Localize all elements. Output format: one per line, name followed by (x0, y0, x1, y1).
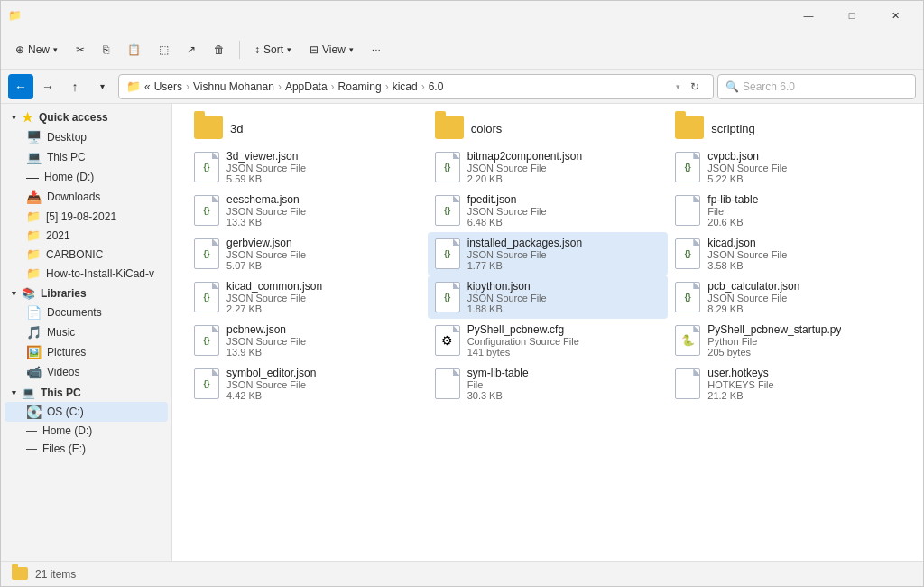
file-eeschema-info: eeschema.json JSON Source File 13.3 KB (226, 193, 306, 228)
file-pyshell-cfg[interactable]: ⚙ PyShell_pcbnew.cfg Configuration Sourc… (428, 319, 669, 362)
file-fp-lib-table[interactable]: fp-lib-table File 20.6 KB (668, 189, 909, 232)
sidebar-item-howto[interactable]: 📁 How-to-Install-KiCad-v (5, 264, 168, 283)
copy-button[interactable]: ⎘ (96, 35, 116, 64)
address-input[interactable]: 📁 « Users › Vishnu Mohanan › AppData › R… (118, 74, 714, 99)
new-button[interactable]: ⊕ New ▾ (8, 35, 65, 64)
homed2-icon: — (26, 424, 37, 437)
rename-button[interactable]: ⬚ (152, 35, 176, 64)
sidebar-item-thispc[interactable]: 💻 This PC 📌 (5, 147, 168, 167)
folder-colors-icon (435, 116, 464, 141)
close-button[interactable]: ✕ (874, 1, 916, 30)
file-pyshell-cfg-size: 141 bytes (467, 347, 579, 358)
delete-button[interactable]: 🗑 (207, 35, 232, 64)
sidebar-item-homed2[interactable]: — Home (D:) (5, 422, 168, 440)
sidebar-item-19aug[interactable]: 📁 [5] 19-08-2021 (5, 207, 168, 226)
documents-icon: 📄 (26, 305, 42, 320)
sidebar-item-videos[interactable]: 📹 Videos (5, 362, 168, 382)
libraries-header[interactable]: ▾ 📚 Libraries (1, 284, 171, 303)
file-user-hotkeys[interactable]: user.hotkeys HOTKEYS File 21.2 KB (668, 362, 909, 405)
sidebar-item-homed[interactable]: — Home (D:) 📌 (5, 167, 168, 187)
paste-button[interactable]: 📋 (120, 35, 148, 64)
status-folder-icon (12, 567, 28, 581)
file-area: 3d colors scripting {} (172, 104, 923, 561)
thispc-section-icon: 💻 (22, 387, 35, 399)
sort-button[interactable]: ↕ Sort ▾ (247, 35, 299, 64)
sidebar-item-desktop[interactable]: 🖥️ Desktop 📌 (5, 127, 168, 147)
file-3d-viewer-name: 3d_viewer.json (226, 150, 306, 163)
file-pyshell-cfg-name: PyShell_pcbnew.cfg (467, 323, 579, 336)
folder-scripting[interactable]: scripting (668, 111, 909, 145)
file-cvpcb[interactable]: {} cvpcb.json JSON Source File 5.22 KB (668, 145, 909, 189)
file-installed-packages[interactable]: {} installed_packages.json JSON Source F… (428, 232, 669, 275)
file-sym-lib-table-name: sym-lib-table (467, 367, 529, 379)
howto-label: How-to-Install-KiCad-v (46, 267, 154, 280)
file-pyshell-py[interactable]: 🐍 PyShell_pcbnew_startup.py Python File … (668, 319, 909, 362)
downloads-label: Downloads (47, 191, 100, 203)
file-symbol-editor-icon: {} (194, 368, 219, 399)
file-pcb-calculator[interactable]: {} pcb_calculator.json JSON Source File … (668, 275, 909, 319)
file-kipython-icon: {} (435, 282, 460, 312)
file-user-hotkeys-icon (675, 368, 700, 399)
file-kicad-common-size: 2.27 KB (226, 303, 322, 314)
sidebar-item-downloads[interactable]: 📥 Downloads 📌 (5, 187, 168, 207)
file-eeschema[interactable]: {} eeschema.json JSON Source File 13.3 K… (187, 189, 428, 232)
file-fpedit[interactable]: {} fpedit.json JSON Source File 6.48 KB (428, 189, 669, 232)
file-fp-lib-table-name: fp-lib-table (707, 193, 758, 206)
file-kicad-common-icon: {} (194, 282, 219, 312)
search-box[interactable]: 🔍 Search 6.0 (717, 74, 916, 99)
forward-button[interactable]: → (35, 74, 60, 99)
title-bar-left: 📁 (8, 9, 22, 22)
file-fp-lib-table-size: 20.6 KB (707, 217, 758, 228)
file-bitmap2component-size: 2.20 KB (467, 173, 582, 184)
file-gerbview-name: gerbview.json (226, 237, 306, 249)
libraries-chevron-icon: ▾ (12, 289, 16, 298)
file-kicad[interactable]: {} kicad.json JSON Source File 3.58 KB (668, 232, 909, 275)
sidebar-item-carbonic[interactable]: 📁 CARBONIC (5, 245, 168, 264)
nav-buttons: ← → ↑ ▾ (8, 74, 115, 99)
back-button[interactable]: ← (8, 74, 33, 99)
libraries-icon: 📚 (22, 287, 35, 300)
title-bar-controls: — □ ✕ (788, 1, 916, 30)
file-cvpcb-name: cvpcb.json (707, 150, 787, 163)
sidebar-item-osc[interactable]: 💽 OS (C:) (5, 402, 168, 422)
view-button[interactable]: ⊟ View ▾ (302, 35, 361, 64)
refresh-button[interactable]: ↻ (684, 76, 706, 98)
file-kipython[interactable]: {} kipython.json JSON Source File 1.88 K… (428, 275, 669, 319)
file-kicad-common[interactable]: {} kicad_common.json JSON Source File 2.… (187, 275, 428, 319)
quick-access-header[interactable]: ▾ ★ Quick access (1, 107, 171, 127)
file-installed-packages-name: installed_packages.json (467, 237, 582, 249)
folder-3d[interactable]: 3d (187, 111, 428, 145)
sidebar-item-pictures[interactable]: 🖼️ Pictures (5, 342, 168, 362)
address-folder-icon: 📁 (126, 79, 141, 93)
file-eeschema-size: 13.3 KB (226, 217, 306, 228)
up-button[interactable]: ↑ (62, 74, 88, 99)
maximize-button[interactable]: □ (831, 1, 873, 30)
file-symbol-editor[interactable]: {} symbol_editor.json JSON Source File 4… (187, 362, 428, 405)
file-installed-packages-size: 1.77 KB (467, 260, 582, 271)
file-pcbnew[interactable]: {} pcbnew.json JSON Source File 13.9 KB (187, 319, 428, 362)
libraries-section: ▾ 📚 Libraries 📄 Documents 🎵 Music 🖼️ Pic… (1, 284, 171, 382)
file-pcb-calculator-info: pcb_calculator.json JSON Source File 8.2… (707, 280, 799, 314)
file-sym-lib-table[interactable]: sym-lib-table File 30.3 KB (428, 362, 669, 405)
file-bitmap2component[interactable]: {} bitmap2component.json JSON Source Fil… (428, 145, 669, 189)
more-button[interactable]: ··· (365, 35, 388, 64)
thispc-section-header[interactable]: ▾ 💻 This PC (1, 384, 171, 402)
file-3d-viewer-icon: {} (194, 152, 219, 182)
dropdown-button[interactable]: ▾ (89, 74, 115, 99)
folder-colors[interactable]: colors (428, 111, 669, 145)
file-eeschema-name: eeschema.json (226, 193, 306, 206)
cut-button[interactable]: ✂ (69, 35, 92, 64)
file-grid: 3d colors scripting {} (187, 111, 909, 405)
2021-icon: 📁 (26, 228, 41, 242)
minimize-button[interactable]: — (788, 1, 829, 30)
file-pyshell-py-size: 205 bytes (707, 347, 841, 358)
sidebar-item-filese[interactable]: — Files (E:) (5, 440, 168, 458)
share-button[interactable]: ↗ (180, 35, 203, 64)
file-gerbview[interactable]: {} gerbview.json JSON Source File 5.07 K… (187, 232, 428, 275)
file-bitmap2component-info: bitmap2component.json JSON Source File 2… (467, 150, 582, 184)
sidebar-item-documents[interactable]: 📄 Documents (5, 303, 168, 322)
sidebar-item-2021[interactable]: 📁 2021 (5, 226, 168, 245)
videos-label: Videos (47, 366, 79, 378)
sidebar-item-music[interactable]: 🎵 Music (5, 322, 168, 342)
file-3d-viewer[interactable]: {} 3d_viewer.json JSON Source File 5.59 … (187, 145, 428, 189)
